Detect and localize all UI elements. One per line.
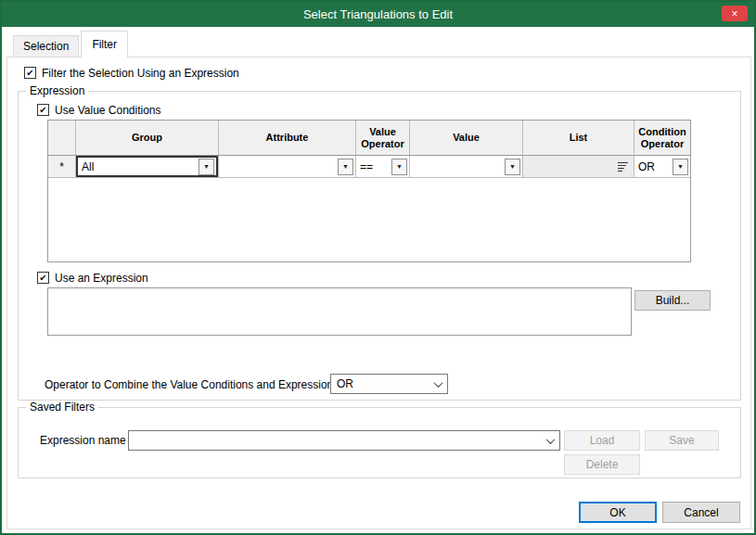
row-selector-cell[interactable]: *: [48, 156, 76, 177]
combine-operator-combo[interactable]: OR: [330, 374, 448, 394]
title-bar[interactable]: Select Triangulations to Edit ×: [2, 2, 754, 27]
dropdown-arrow-icon[interactable]: ▼: [673, 159, 688, 175]
tab-strip: Selection Filter: [13, 32, 130, 57]
grid-corner-cell: [48, 121, 76, 155]
close-button[interactable]: ×: [722, 6, 748, 21]
expression-group: Expression ✔ Use Value Conditions Group …: [18, 91, 741, 401]
use-value-conditions-checkbox[interactable]: ✔ Use Value Conditions: [37, 103, 161, 117]
value-combo[interactable]: ▼: [410, 156, 522, 177]
use-expression-label: Use an Expression: [55, 272, 148, 285]
dropdown-arrow-icon[interactable]: ▼: [338, 159, 353, 175]
column-header-condition-operator[interactable]: Condition Operator: [634, 121, 690, 155]
tab-filter[interactable]: Filter: [81, 31, 128, 57]
use-value-conditions-label: Use Value Conditions: [55, 104, 161, 117]
delete-button[interactable]: Delete: [564, 454, 640, 475]
tab-selection[interactable]: Selection: [13, 35, 79, 57]
column-header-value[interactable]: Value: [410, 121, 523, 155]
column-header-group[interactable]: Group: [76, 121, 219, 155]
checkbox-checked-icon: ✔: [24, 67, 36, 79]
table-row: * All ▼ ▼ == ▼: [48, 156, 690, 178]
saved-filters-group: Saved Filters Expression name Load Save …: [18, 407, 741, 478]
saved-filters-group-label: Saved Filters: [26, 401, 98, 414]
dropdown-arrow-icon[interactable]: ▼: [391, 159, 407, 175]
dropdown-arrow-icon[interactable]: ▼: [505, 159, 520, 175]
ok-button[interactable]: OK: [579, 502, 657, 523]
condition-operator-cell: OR ▼: [634, 156, 690, 177]
expression-textarea[interactable]: [47, 287, 632, 336]
grid-header-row: Group Attribute Value Operator Value Lis…: [48, 121, 690, 156]
attribute-cell: ▼: [219, 156, 356, 177]
filter-expression-checkbox[interactable]: ✔ Filter the Selection Using an Expressi…: [24, 66, 239, 80]
build-button[interactable]: Build...: [634, 290, 711, 311]
dialog-window: Select Triangulations to Edit × Selectio…: [0, 0, 756, 535]
column-header-attribute[interactable]: Attribute: [219, 121, 356, 155]
expression-name-combo[interactable]: [128, 430, 560, 451]
attribute-combo[interactable]: ▼: [219, 156, 355, 177]
expression-name-label: Expression name: [40, 434, 126, 447]
group-combo[interactable]: All ▼: [76, 156, 218, 177]
checkbox-checked-icon: ✔: [37, 104, 49, 116]
chevron-down-icon: [429, 375, 447, 393]
window-title: Select Triangulations to Edit: [303, 7, 453, 21]
list-editor-icon: [617, 160, 629, 172]
column-header-list[interactable]: List: [523, 121, 634, 155]
checkbox-checked-icon: ✔: [37, 272, 49, 284]
value-operator-combo[interactable]: == ▼: [356, 156, 409, 177]
value-operator-cell: == ▼: [356, 156, 410, 177]
load-button[interactable]: Load: [564, 430, 640, 451]
list-cell[interactable]: [523, 156, 634, 177]
close-icon: ×: [731, 8, 737, 19]
combine-operator-label: Operator to Combine the Value Conditions…: [45, 378, 333, 391]
expression-group-label: Expression: [26, 84, 88, 97]
save-button[interactable]: Save: [645, 430, 719, 451]
dropdown-arrow-icon[interactable]: ▼: [199, 159, 214, 175]
use-expression-checkbox[interactable]: ✔ Use an Expression: [37, 271, 148, 285]
filter-expression-checkbox-label: Filter the Selection Using an Expression: [42, 67, 239, 80]
new-row-marker: *: [59, 160, 64, 173]
condition-operator-combo[interactable]: OR ▼: [634, 156, 690, 177]
value-cell: ▼: [410, 156, 523, 177]
value-conditions-grid: Group Attribute Value Operator Value Lis…: [47, 120, 691, 262]
column-header-value-operator[interactable]: Value Operator: [356, 121, 410, 155]
cancel-button[interactable]: Cancel: [662, 502, 740, 523]
group-cell: All ▼: [76, 156, 219, 177]
chevron-down-icon: [541, 431, 559, 450]
